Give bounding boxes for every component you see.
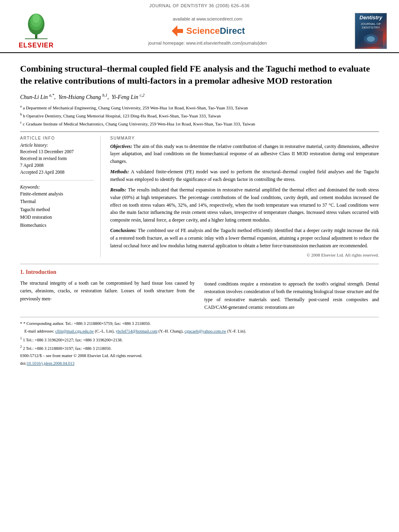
affil-line-c: c c Graduate Institute of Medical Mechat… [20,120,379,127]
summary-label: SUMMARY [110,136,379,140]
received-2b: 7 April 2008 [20,162,94,169]
elsevier-text: ELSEVIER [19,42,53,49]
footnote-2-text: 1 Tel.: +886 3 3196200×2127; fax: +886 3… [23,337,123,342]
body-left: 1. Introduction The structural integrity… [20,269,195,311]
author-sup-b: b,1 [103,93,108,97]
email-link-3[interactable]: cgucaeb@yahoo.com.tw [185,329,226,333]
received-2: Received in revised form [20,155,94,162]
journal-homepage: journal homepage: www.intl.elsevierhealt… [60,41,355,45]
journal-header-text: JOURNAL OF DENTISTRY 36 (2008) 626–636 [149,3,249,8]
footnote-2: 1 1 Tel.: +886 3 3196200×2127; fax: +886… [20,336,379,343]
keyword-4: MOD restoration [20,214,94,222]
journal-header: JOURNAL OF DENTISTRY 36 (2008) 626–636 [0,0,399,10]
methods-text: A validated finite-element (FE) model wa… [110,169,379,182]
footnotes: * * Corresponding author. Tel.: +886 3 2… [20,317,379,367]
affil-text-b: b Operative Dentistry, Chang Gung Memori… [23,113,221,118]
affil-line-b: b b Operative Dentistry, Chang Gung Memo… [20,112,379,119]
dentistry-cover: Dentistry JOURNAL OF DENTISTRY [355,13,387,49]
received-1: Received 13 December 2007 [20,148,94,155]
divider-after-affiliations [20,131,379,132]
summary-col: SUMMARY Objectives: The aim of this stud… [110,136,379,258]
body-two-col: 1. Introduction The structural integrity… [20,269,379,311]
email-link-1[interactable]: cllin@mail.cgu.edu.tw [55,329,94,333]
footnote-sup-2: 2 [20,345,22,349]
footnote-1-text: * Corresponding author. Tel.: +886 3 211… [23,321,151,326]
article-info-label: ARTICLE INFO [20,136,94,140]
conclusions-text: The combined use of FE analysis and the … [110,228,379,248]
affil-text-a: a Department of Mechanical Engineering, … [23,105,248,110]
doi-link[interactable]: 10.1016/j.jdent.2008.04.013 [27,361,74,366]
article-info-summary: ARTICLE INFO Article history: Received 1… [20,136,379,258]
affil-sup-a: a [20,104,22,108]
author-sup-c: c,2 [140,93,144,97]
sciencedirect-arrow-icon [170,24,185,38]
section1-title: 1. Introduction [20,269,195,275]
article-history-group: Article history: Received 13 December 20… [20,143,94,176]
elsevier-tree-icon [20,13,52,41]
keyword-2: Thermal [20,198,94,206]
svg-point-4 [33,14,40,23]
accepted: Accepted 23 April 2008 [20,169,94,176]
keyword-5: Biomechanics [20,222,94,230]
objectives-text: The aim of this study was to determine t… [110,144,379,164]
summary-results: Results: The results indicated that ther… [110,186,379,224]
summary-conclusions: Conclusions: The combined use of FE anal… [110,227,379,249]
footnote-email: E-mail addresses: cllin@mail.cgu.edu.tw … [20,328,379,335]
divider-keywords [20,180,94,181]
available-text: available at www.sciencedirect.com [60,16,355,21]
section1-text-left: The structural integrity of a tooth can … [20,279,195,303]
footnote-copyright: 0300-5712/$ – see front matter © 2008 El… [20,353,379,359]
page: JOURNAL OF DENTISTRY 36 (2008) 626–636 E… [0,0,399,532]
keywords-label: Keywords: [20,185,94,189]
sciencedirect-text: ScienceDirect [186,26,245,36]
dentistry-cover-text: Dentistry JOURNAL OF DENTISTRY [355,14,387,48]
body-right: tioned conditions require a restoration … [204,269,379,311]
section1-text-right: tioned conditions require a restoration … [204,280,379,311]
footnote-sup-1: 1 [20,336,22,340]
results-label: Results: [110,187,126,193]
affil-sup-c: c [20,120,22,124]
body-content: 1. Introduction The structural integrity… [20,264,379,311]
footnote-star: * [20,321,23,326]
svg-point-9 [367,36,375,42]
affil-sup-b: b [20,112,22,116]
elsevier-logo: ELSEVIER [12,13,60,49]
results-text: The results indicated that thermal expan… [110,187,379,222]
email-link-2[interactable]: yhch4714@hotmail.com [115,329,157,333]
affiliations: a a Department of Mechanical Engineering… [20,104,379,127]
affil-line-a: a a Department of Mechanical Engineering… [20,104,379,111]
authors-line: Chun-Li Lin a,*, Yen-Hsiang Chang b,1, Y… [20,93,379,101]
objectives-label: Objectives: [110,144,132,149]
copyright: © 2008 Elsevier Ltd. All rights reserved… [110,253,379,257]
top-banner: ELSEVIER available at www.sciencedirect.… [0,10,399,53]
center-banner: available at www.sciencedirect.com Scien… [60,16,355,45]
keywords-group: Keywords: Finite-element analysis Therma… [20,185,94,230]
summary-objectives: Objectives: The aim of this study was to… [110,143,379,165]
article-history-title: Article history: [20,143,94,148]
affil-text-c: c Graduate Institute of Medical Mechatro… [23,121,255,126]
conclusions-label: Conclusions: [110,228,136,233]
svg-marker-6 [172,25,183,37]
main-content: Combining structural–thermal coupled fie… [0,53,399,376]
footnote-3: 2 2 Tel.: +886 3 2118800×3197; fax: +886… [20,344,379,352]
methods-label: Methods: [110,169,129,175]
footnote-doi: doi:10.1016/j.jdent.2008.04.013 [20,360,379,367]
footnote-3-text: 2 Tel.: +886 3 2118800×3197; fax: +886 3… [23,346,111,350]
author-sup-a: a,* [49,93,54,97]
keyword-3: Taguchi method [20,206,94,214]
footnote-1: * * Corresponding author. Tel.: +886 3 2… [20,320,379,327]
summary-methods: Methods: A validated finite-element (FE)… [110,168,379,183]
sciencedirect-logo: ScienceDirect [60,24,355,38]
keyword-1: Finite-element analysis [20,190,94,198]
article-title: Combining structural–thermal coupled fie… [20,63,379,86]
article-info-col: ARTICLE INFO Article history: Received 1… [20,136,101,258]
keywords-list: Finite-element analysis Thermal Taguchi … [20,190,94,230]
